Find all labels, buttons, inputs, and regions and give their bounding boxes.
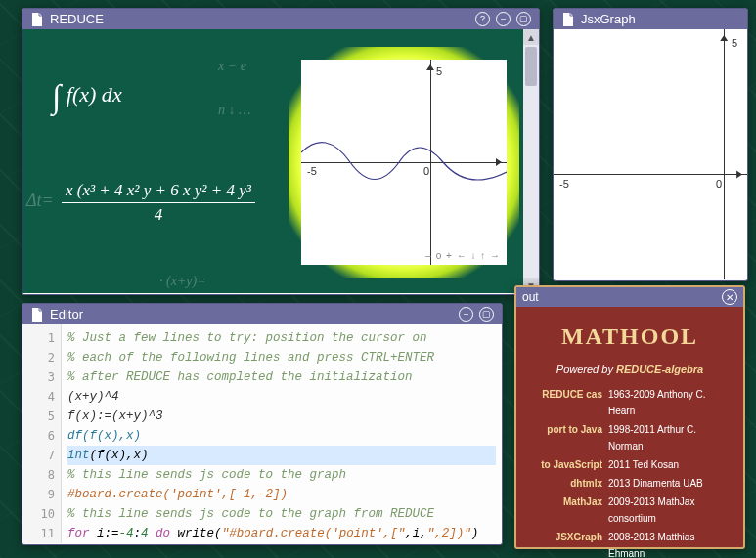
maximize-button[interactable]: ▢ (479, 307, 494, 322)
minimize-button[interactable]: – (496, 12, 511, 26)
line-number: 1 (22, 328, 55, 348)
document-icon (561, 13, 575, 26)
sine-curve (301, 60, 507, 265)
code-line[interactable]: (x+y)^4 (67, 387, 496, 407)
scrollbar[interactable]: ▲ ▼ (523, 29, 539, 293)
maximize-button[interactable]: ▢ (516, 12, 531, 26)
code-line[interactable]: % this line sends js code to the graph (67, 465, 496, 485)
y-max-label: 5 (436, 65, 442, 77)
editor-body[interactable]: 1234567891011 % Just a few lines to try:… (22, 324, 502, 543)
help-button[interactable]: ? (475, 12, 490, 26)
reduce-window: REDUCE ? – ▢ x − e n ↓ … Δt= · (x+y)= ∫ … (22, 8, 540, 295)
x-min-label: -5 (559, 178, 569, 190)
about-tab-label: out (522, 290, 539, 304)
line-number: 5 (22, 407, 55, 426)
line-number: 6 (22, 426, 55, 446)
about-body: MATHOOL Powered by REDUCE-algebra REDUCE… (516, 307, 743, 558)
jsx-titlebar[interactable]: JsxGraph (554, 9, 747, 29)
x-min-label: -5 (307, 165, 317, 177)
credit-value: 2008-2013 Matthias Ehmann (608, 529, 734, 558)
credit-row: MathJax 2009-2013 MathJax consortium (526, 494, 734, 527)
line-number: 4 (22, 387, 55, 407)
credit-value: 1963-2009 Anthony C. Hearn (608, 386, 734, 419)
editor-titlebar[interactable]: Editor – ▢ (22, 304, 502, 324)
scroll-up-icon[interactable]: ▲ (523, 29, 539, 45)
line-number: 2 (22, 348, 55, 367)
jsx-title: JsxGraph (581, 12, 636, 26)
origin-label: 0 (716, 178, 722, 190)
y-max-label: 5 (732, 37, 737, 49)
plot-controls[interactable]: – o + ← ↓ ↑ → (425, 250, 501, 261)
credit-value: 1998-2011 Arthur C. Norman (608, 421, 734, 454)
credits-list: REDUCE cas 1963-2009 Anthony C. Hearn po… (526, 386, 734, 558)
credit-row: dhtmlx 2013 Dinamenta UAB (526, 475, 734, 492)
reduce-title: REDUCE (50, 12, 104, 26)
about-titlebar[interactable]: out ✕ (516, 287, 743, 307)
code-area[interactable]: % Just a few lines to try: position the … (62, 324, 502, 543)
credit-value: 2009-2013 MathJax consortium (608, 494, 734, 527)
document-icon (30, 308, 44, 322)
reduce-titlebar[interactable]: REDUCE ? – ▢ (22, 9, 539, 29)
inline-plot: -5 0 5 – o + ← ↓ ↑ → (289, 47, 519, 278)
code-line[interactable]: #board.create('point',[-1,-2]) (67, 485, 496, 504)
code-line[interactable]: df(f(x),x) (67, 426, 496, 446)
credit-key: dhtmlx (526, 475, 602, 492)
app-subtitle: Powered by REDUCE-algebra (526, 361, 734, 379)
jsx-plot-area[interactable]: -5 0 5 (554, 29, 747, 279)
chalk-decor: Δt= (26, 191, 54, 211)
chalk-decor: · (x+y)= (159, 274, 206, 289)
fraction-expression: x (x³ + 4 x² y + 6 x y² + 4 y³ 4 (62, 181, 255, 225)
credit-key: JSXGraph (526, 529, 602, 558)
editor-title: Editor (50, 307, 83, 322)
line-gutter: 1234567891011 (22, 324, 62, 543)
jsxgraph-window: JsxGraph -5 0 5 (553, 8, 748, 281)
scroll-thumb[interactable] (525, 47, 537, 86)
credit-row: JSXGraph 2008-2013 Matthias Ehmann (526, 529, 734, 558)
code-line[interactable]: % Just a few lines to try: position the … (67, 328, 496, 348)
credit-key: to JavaScript (526, 456, 602, 473)
reduce-body: x − e n ↓ … Δt= · (x+y)= ∫ f(x) dx x (x³… (22, 29, 539, 293)
line-number: 7 (22, 446, 55, 465)
document-icon (30, 13, 44, 26)
fraction-numerator: x (x³ + 4 x² y + 6 x y² + 4 y³ (62, 181, 255, 203)
app-title: MATHOOL (526, 317, 734, 357)
fraction-denominator: 4 (62, 203, 255, 225)
chalk-decor: n ↓ … (218, 103, 250, 118)
credit-row: port to Java 1998-2011 Arthur C. Norman (526, 421, 734, 454)
chalk-decor: x − e (218, 59, 246, 74)
line-number: 11 (22, 524, 55, 543)
line-number: 8 (22, 465, 55, 485)
axis-arrows (554, 29, 747, 279)
code-line[interactable]: % each of the following lines and press … (67, 348, 496, 367)
line-number: 10 (22, 504, 55, 524)
integral-expression: ∫ f(x) dx (52, 78, 122, 115)
credit-value: 2011 Ted Kosan (608, 456, 734, 473)
minimize-button[interactable]: – (459, 307, 473, 322)
close-button[interactable]: ✕ (722, 289, 737, 305)
credit-row: to JavaScript 2011 Ted Kosan (526, 456, 734, 473)
subtitle-prefix: Powered by (556, 364, 616, 375)
credit-key: port to Java (526, 421, 602, 454)
code-line[interactable]: f(x):=(x+y)^3 (67, 407, 496, 426)
code-line[interactable]: % this line sends js code to the graph f… (67, 504, 496, 524)
origin-label: 0 (423, 165, 429, 177)
code-line[interactable]: % after REDUCE has completed the initial… (67, 367, 496, 387)
line-number: 3 (22, 367, 55, 387)
about-panel: out ✕ MATHOOL Powered by REDUCE-algebra … (514, 285, 745, 549)
editor-window: Editor – ▢ 1234567891011 % Just a few li… (22, 303, 503, 545)
plot-area[interactable]: -5 0 5 – o + ← ↓ ↑ → (301, 60, 507, 265)
subtitle-highlight: REDUCE-algebra (616, 364, 703, 375)
credit-key: REDUCE cas (526, 386, 602, 419)
code-line[interactable]: for i:=-4:4 do write("#board.create('poi… (67, 524, 496, 543)
credit-row: REDUCE cas 1963-2009 Anthony C. Hearn (526, 386, 734, 419)
credit-value: 2013 Dinamenta UAB (608, 475, 734, 492)
code-line[interactable]: int(f(x),x) (67, 446, 496, 465)
line-number: 9 (22, 485, 55, 504)
credit-key: MathJax (526, 494, 602, 527)
